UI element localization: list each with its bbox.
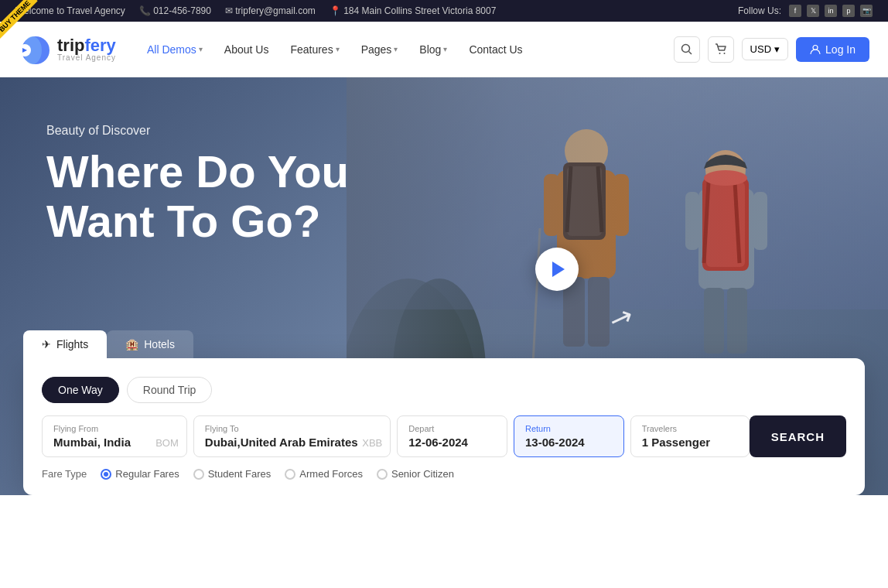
location-icon: 📍: [330, 5, 341, 16]
trip-type-row: One Way Round Trip: [42, 377, 846, 403]
flying-to-value: Dubai,United Arab Emirates: [205, 436, 379, 449]
travelers-field[interactable]: Travelers 1 Passenger: [630, 415, 750, 457]
flying-from-label: Flying From: [53, 424, 176, 433]
nav-blog[interactable]: Blog ▾: [410, 39, 456, 60]
play-button[interactable]: [535, 248, 579, 291]
currency-selector[interactable]: USD ▾: [742, 38, 788, 60]
radio-armed[interactable]: [285, 469, 295, 480]
svg-point-4: [681, 44, 689, 52]
return-field[interactable]: Return 13-06-2024: [514, 415, 624, 457]
nav-pages[interactable]: Pages ▾: [352, 39, 408, 60]
topbar-right: Follow Us: f 𝕏 in p 📷: [738, 5, 873, 17]
hotel-icon: 🏨: [125, 338, 138, 350]
travelers-label: Travelers: [642, 424, 738, 433]
flying-from-code: BOM: [155, 437, 179, 449]
chevron-down-icon: ▾: [199, 45, 203, 53]
fare-regular[interactable]: Regular Fares: [101, 468, 179, 480]
user-icon: [810, 44, 821, 55]
nav-about-us[interactable]: About Us: [215, 39, 278, 60]
flying-to-code: XBB: [362, 437, 382, 449]
depart-field[interactable]: Depart 12-06-2024: [397, 415, 507, 457]
phone-item: 📞 012-456-7890: [139, 5, 211, 16]
flying-to-label: Flying To: [205, 424, 379, 433]
email-item: ✉ tripfery@gmail.com: [225, 5, 316, 16]
top-bar: Welcome to Travel Agency 📞 012-456-7890 …: [0, 0, 888, 22]
fare-senior[interactable]: Senior Citizen: [377, 468, 454, 480]
svg-line-5: [688, 51, 692, 54]
phone-icon: 📞: [139, 5, 151, 16]
travelers-value: 1 Passenger: [642, 436, 738, 449]
buy-ribbon-text: BUY THEME: [0, 0, 38, 39]
chevron-down-icon: ▾: [336, 45, 340, 53]
nav-features[interactable]: Features ▾: [281, 39, 348, 60]
address-text: 184 Main Collins Street Victoria 8007: [343, 5, 496, 16]
search-button[interactable]: [674, 36, 700, 63]
tab-hotels[interactable]: 🏨 Hotels: [107, 330, 193, 358]
widget-tabs: ✈ Flights 🏨 Hotels: [23, 330, 865, 358]
radio-student[interactable]: [193, 469, 204, 480]
chevron-down-icon: ▾: [774, 43, 780, 55]
follow-label: Follow Us:: [738, 5, 781, 16]
hero-section: Beauty of Discover Where Do You Want To …: [0, 77, 888, 495]
instagram-icon[interactable]: 📷: [860, 5, 873, 17]
svg-point-6: [719, 53, 720, 54]
radio-regular[interactable]: [101, 469, 111, 480]
logo-text: tripfery Travel Agency: [57, 37, 116, 62]
search-fields: Flying From Mumbai, India BOM Flying To …: [42, 415, 846, 457]
address-item: 📍 184 Main Collins Street Victoria 8007: [330, 5, 497, 16]
fare-student[interactable]: Student Fares: [193, 468, 272, 480]
topbar-left: Welcome to Travel Agency 📞 012-456-7890 …: [15, 5, 496, 16]
chevron-down-icon: ▾: [394, 45, 398, 53]
return-label: Return: [525, 424, 613, 433]
header-right: USD ▾ Log In: [674, 36, 869, 63]
linkedin-icon[interactable]: in: [825, 5, 837, 17]
nav-contact-us[interactable]: Contact Us: [459, 39, 531, 60]
email-icon: ✉: [225, 5, 233, 16]
return-value: 13-06-2024: [525, 436, 613, 449]
facebook-icon[interactable]: f: [789, 5, 801, 17]
one-way-button[interactable]: One Way: [42, 377, 119, 403]
flight-icon: ✈: [42, 338, 51, 350]
fare-armed-forces[interactable]: Armed Forces: [285, 468, 363, 480]
flying-to-field[interactable]: Flying To Dubai,United Arab Emirates XBB: [193, 415, 391, 457]
nav-all-demos[interactable]: All Demos ▾: [138, 39, 212, 60]
page-spacer: [0, 495, 888, 588]
cart-icon: [715, 43, 727, 56]
pinterest-icon[interactable]: p: [842, 5, 855, 17]
login-button[interactable]: Log In: [796, 37, 869, 62]
search-icon: [681, 43, 693, 56]
logo-name: tripfery: [57, 37, 116, 54]
twitter-icon[interactable]: 𝕏: [807, 5, 819, 17]
header: tripfery Travel Agency All Demos ▾ About…: [0, 22, 888, 77]
buy-ribbon: BUY THEME: [0, 0, 54, 54]
svg-point-7: [723, 53, 725, 54]
depart-label: Depart: [408, 424, 496, 433]
hero-content: Beauty of Discover Where Do You Want To …: [0, 77, 349, 262]
chevron-down-icon: ▾: [443, 45, 447, 53]
play-icon: [552, 262, 565, 277]
hero-title: Where Do You Want To Go?: [46, 147, 349, 246]
main-nav: All Demos ▾ About Us Features ▾ Pages ▾ …: [138, 39, 674, 60]
email-address: tripfery@gmail.com: [235, 5, 316, 16]
social-icons: f 𝕏 in p 📷: [789, 5, 873, 17]
search-main-button[interactable]: SEARCH: [750, 415, 846, 457]
depart-value: 12-06-2024: [408, 436, 496, 449]
fare-type-row: Fare Type Regular Fares Student Fares Ar…: [42, 468, 846, 480]
search-widget-card: One Way Round Trip Flying From Mumbai, I…: [23, 358, 865, 495]
flying-from-field[interactable]: Flying From Mumbai, India BOM: [42, 415, 187, 457]
round-trip-button[interactable]: Round Trip: [127, 377, 212, 403]
phone-number: 012-456-7890: [153, 5, 211, 16]
fare-type-label: Fare Type: [42, 468, 87, 480]
search-widget-wrapper: ✈ Flights 🏨 Hotels One Way Round Trip Fl…: [0, 330, 888, 495]
tab-flights[interactable]: ✈ Flights: [23, 330, 107, 358]
cart-button[interactable]: [708, 36, 734, 63]
hero-subtitle: Beauty of Discover: [46, 124, 349, 138]
radio-senior[interactable]: [377, 469, 388, 480]
